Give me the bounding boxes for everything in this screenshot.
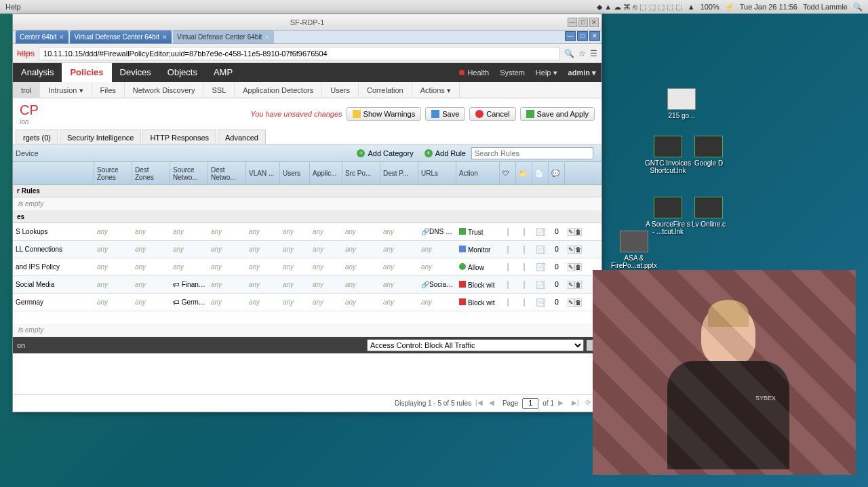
log-flag-icon[interactable]: 📄: [536, 263, 545, 271]
delete-icon[interactable]: 🗑: [574, 263, 582, 271]
window-maximize-icon[interactable]: □: [577, 31, 588, 41]
shield-flag-icon[interactable]: [507, 246, 509, 254]
nav-policies[interactable]: Policies: [62, 63, 111, 82]
page-last-icon[interactable]: ▶|: [572, 399, 581, 408]
page-first-icon[interactable]: |◀: [475, 399, 485, 408]
edit-icon[interactable]: ✎: [568, 246, 574, 254]
add-category-button[interactable]: +Add Category: [351, 149, 418, 157]
log-flag-icon[interactable]: 📄: [536, 281, 545, 289]
subnav-ssl[interactable]: SSL: [203, 82, 235, 98]
health-status[interactable]: Health: [454, 69, 494, 77]
log-flag-icon[interactable]: 📄: [536, 228, 545, 236]
rule-section-header[interactable]: r Rules: [13, 185, 601, 197]
default-action-select[interactable]: Access Control: Block All Traffic: [367, 339, 584, 351]
browser-tab[interactable]: Virtual Defense Center 64bit✕: [70, 31, 171, 43]
subnav-network-discovery[interactable]: Network Discovery: [125, 82, 204, 98]
subnav-users[interactable]: Users: [322, 82, 359, 98]
maximize-icon[interactable]: □: [578, 18, 588, 27]
subnav-actions[interactable]: Actions ▾: [412, 82, 460, 98]
show-warnings-button[interactable]: Show Warnings: [347, 107, 422, 121]
file-flag-icon[interactable]: [524, 246, 525, 254]
edit-icon[interactable]: ✎: [568, 298, 574, 307]
rdp-titlebar[interactable]: SF-RDP-1 — □ ✕: [13, 14, 601, 31]
minimize-icon[interactable]: —: [568, 18, 577, 27]
file-flag-icon[interactable]: [524, 281, 525, 289]
rule-row[interactable]: LL Connectionsanyanyanyanyanyanyanyanyan…: [13, 241, 601, 258]
col-src-ports[interactable]: Src Po...: [342, 162, 380, 184]
file-flag-icon[interactable]: [524, 228, 525, 236]
shield-flag-icon[interactable]: [507, 298, 509, 307]
edit-icon[interactable]: ✎: [568, 263, 574, 271]
search-rules-input[interactable]: [471, 147, 593, 159]
file-flag-icon[interactable]: [524, 263, 525, 271]
col-urls[interactable]: URLs: [418, 162, 456, 184]
add-rule-button[interactable]: +Add Rule: [419, 149, 471, 157]
browser-tab[interactable]: Virtual Defense Center 64bit✕: [173, 31, 274, 43]
page-input[interactable]: [522, 398, 538, 409]
help-menu[interactable]: Help: [5, 3, 21, 11]
col-vlan[interactable]: VLAN ...: [246, 162, 280, 184]
nav-admin[interactable]: admin ▾: [563, 69, 601, 77]
subnav-item[interactable]: trol: [13, 82, 40, 98]
nav-system[interactable]: System: [494, 69, 530, 77]
col-applications[interactable]: Applic...: [310, 162, 342, 184]
subnav-correlation[interactable]: Correlation: [359, 82, 412, 98]
nav-help[interactable]: Help ▾: [530, 69, 563, 77]
subnav-files[interactable]: Files: [92, 82, 125, 98]
col-dest-networks[interactable]: Dest Netwo...: [208, 162, 246, 184]
delete-icon[interactable]: 🗑: [574, 228, 582, 236]
policy-tab-targets[interactable]: rgets (0): [16, 130, 58, 144]
close-icon[interactable]: ✕: [589, 18, 599, 27]
window-minimize-icon[interactable]: —: [565, 31, 576, 41]
wifi-icon[interactable]: ▲: [688, 3, 695, 11]
desktop-icon[interactable]: Lv Online.c: [685, 197, 732, 228]
col-dest-ports[interactable]: Dest P...: [380, 162, 418, 184]
delete-icon[interactable]: 🗑: [574, 246, 582, 254]
bookmark-icon[interactable]: ☆: [578, 49, 586, 58]
rule-row[interactable]: S Lookupsanyanyanyanyanyanyanyanyany🔗DNS…: [13, 223, 601, 241]
tab-close-icon[interactable]: ✕: [59, 34, 64, 41]
tab-close-icon[interactable]: ✕: [162, 34, 167, 41]
menu-icon[interactable]: ☰: [590, 49, 597, 58]
rule-section-header[interactable]: es: [13, 211, 601, 223]
delete-icon[interactable]: 🗑: [574, 281, 582, 289]
desktop-icon[interactable]: ASA & FirePo...at.pptx: [610, 231, 658, 269]
col-users[interactable]: Users: [280, 162, 310, 184]
nav-amp[interactable]: AMP: [205, 63, 241, 82]
url-input[interactable]: [39, 47, 560, 60]
shield-flag-icon[interactable]: [507, 228, 509, 236]
nav-objects[interactable]: Objects: [159, 63, 205, 82]
file-flag-icon[interactable]: [524, 298, 525, 307]
tab-close-icon[interactable]: ✕: [264, 34, 270, 41]
page-next-icon[interactable]: ▶: [558, 399, 568, 408]
rule-row[interactable]: Social Mediaanyany🏷 Financeanyanyanyanya…: [13, 276, 601, 294]
shield-flag-icon[interactable]: [507, 263, 509, 271]
col-source-networks[interactable]: Source Netwo...: [170, 162, 208, 184]
col-source-zones[interactable]: Source Zones: [94, 162, 132, 184]
rule-row[interactable]: and IPS Policyanyanyanyanyanyanyanyanyan…: [13, 258, 601, 276]
subnav-intrusion[interactable]: Intrusion ▾: [40, 82, 92, 98]
log-flag-icon[interactable]: 📄: [536, 298, 545, 307]
desktop-icon[interactable]: 215 go...: [658, 88, 705, 119]
window-close-icon[interactable]: ✕: [589, 31, 600, 41]
save-button[interactable]: Save: [425, 107, 465, 121]
rule-row[interactable]: Germnayanyany🏷 Germanyanyanyanyanyanyany…: [13, 294, 601, 311]
browser-tab[interactable]: Center 64bit✕: [16, 31, 68, 43]
subnav-app-detectors[interactable]: Application Detectors: [235, 82, 322, 98]
page-prev-icon[interactable]: ◀: [489, 399, 498, 408]
nav-devices[interactable]: Devices: [112, 63, 159, 82]
save-apply-button[interactable]: Save and Apply: [520, 107, 595, 121]
policy-tab-http-responses[interactable]: HTTP Responses: [142, 130, 216, 144]
cancel-button[interactable]: Cancel: [469, 107, 515, 121]
policy-tab-advanced[interactable]: Advanced: [218, 130, 266, 144]
shield-flag-icon[interactable]: [507, 281, 509, 289]
delete-icon[interactable]: 🗑: [574, 298, 582, 307]
search-icon[interactable]: 🔍: [853, 3, 863, 12]
col-action[interactable]: Action: [456, 162, 500, 184]
desktop-icon[interactable]: Google D: [685, 136, 732, 167]
edit-icon[interactable]: ✎: [568, 281, 574, 289]
policy-tab-security-intel[interactable]: Security Intelligence: [60, 130, 141, 144]
search-icon[interactable]: 🔍: [564, 49, 574, 58]
edit-icon[interactable]: ✎: [568, 228, 574, 236]
nav-analysis[interactable]: Analysis: [13, 63, 62, 82]
